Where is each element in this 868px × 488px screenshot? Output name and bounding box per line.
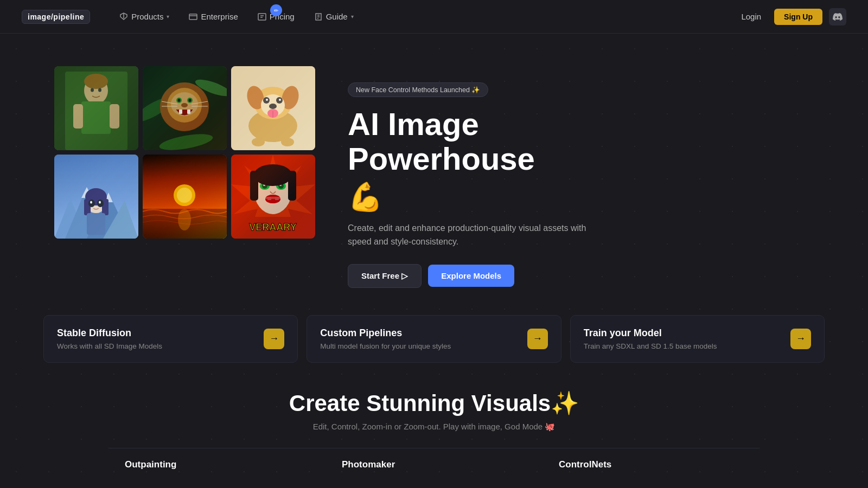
hero-buttons: Start Free ▷ Explore Models (348, 264, 608, 288)
grid-image-anime (54, 155, 138, 239)
svg-point-58 (99, 201, 101, 204)
grid-image-comic: VERAARY (231, 155, 315, 239)
grid-image-boy (54, 66, 138, 150)
svg-point-21 (189, 99, 192, 102)
svg-rect-1 (258, 14, 266, 20)
bottom-feature-controlnets[interactable]: ControlNets (542, 448, 760, 481)
svg-point-42 (252, 138, 265, 146)
hero-badge-text: New Face Control Methods Launched ✨ (356, 86, 480, 94)
main-content: VERAARY (0, 34, 868, 288)
svg-point-22 (181, 103, 188, 107)
hero-title: AI Image Powerhouse (348, 107, 608, 176)
stable-diffusion-title: Stable Diffusion (57, 328, 162, 339)
bottom-section: Create Stunning Visuals✨ Edit, Control, … (0, 379, 868, 437)
photomaker-title: Photomaker (342, 459, 526, 470)
feature-card-stable-diffusion[interactable]: Stable Diffusion Works with all SD Image… (43, 315, 298, 363)
cursor-indicator: ✏ (270, 4, 282, 16)
grid-image-lion (143, 66, 227, 150)
svg-rect-82 (288, 171, 296, 201)
products-dropdown-icon: ▾ (167, 14, 169, 20)
login-button[interactable]: Login (735, 9, 768, 24)
svg-point-38 (279, 99, 281, 101)
nav-enterprise-label: Enterprise (201, 12, 238, 21)
bottom-features: Outpainting Photomaker ControlNets (0, 437, 868, 481)
nav-link-products[interactable]: Products ▾ (112, 9, 177, 24)
outpainting-title: Outpainting (125, 459, 309, 470)
nav-products-label: Products (131, 12, 163, 21)
custom-pipelines-title: Custom Pipelines (320, 328, 451, 339)
feature-cards-section: Stable Diffusion Works with all SD Image… (0, 299, 868, 379)
grid-image-dog (231, 66, 315, 150)
feature-card-train-model[interactable]: Train your Model Train any SDXL and SD 1… (570, 315, 825, 363)
svg-point-8 (84, 74, 108, 89)
navbar: image/pipeline Products ▾ Enterprise ✏ (0, 0, 868, 34)
nav-link-pricing[interactable]: ✏ Pricing (250, 9, 302, 24)
nav-guide-label: Guide (326, 12, 348, 21)
train-model-arrow[interactable]: → (790, 329, 811, 349)
svg-point-20 (178, 99, 181, 102)
svg-rect-23 (179, 110, 182, 114)
svg-rect-6 (73, 104, 83, 129)
hero-badge: New Face Control Methods Launched ✨ (348, 82, 488, 97)
train-model-title: Train your Model (584, 328, 717, 339)
train-model-desc: Train any SDXL and SD 1.5 base models (584, 342, 717, 350)
svg-text:VERAARY: VERAARY (249, 222, 296, 233)
svg-rect-5 (81, 101, 111, 134)
nav-right: Login Sign Up (735, 8, 846, 25)
signup-button[interactable]: Sign Up (774, 9, 822, 25)
image-grid: VERAARY (54, 66, 315, 239)
feature-card-custom-pipelines[interactable]: Custom Pipelines Multi model fusion for … (307, 315, 561, 363)
custom-pipelines-desc: Multi model fusion for your unique style… (320, 342, 451, 350)
bottom-subtitle: Edit, Control, Zoom-in or Zoom-out. Play… (43, 422, 825, 432)
svg-point-83 (265, 195, 280, 203)
svg-point-39 (269, 104, 277, 109)
custom-pipelines-arrow[interactable]: → (527, 329, 548, 349)
svg-rect-7 (110, 104, 119, 129)
svg-point-9 (91, 88, 94, 92)
svg-point-57 (90, 201, 92, 204)
controlnets-title: ControlNets (559, 459, 743, 470)
hero-section: New Face Control Methods Launched ✨ AI I… (348, 66, 608, 288)
logo-text: image/pipeline (28, 12, 84, 21)
hero-emoji: 💪 (348, 181, 608, 214)
guide-dropdown-icon: ▾ (351, 14, 354, 20)
svg-rect-0 (189, 14, 197, 20)
svg-point-80 (254, 164, 292, 186)
svg-point-10 (98, 88, 101, 92)
hero-subtitle: Create, edit and enhance production-qual… (348, 221, 586, 249)
nav-link-enterprise[interactable]: Enterprise (181, 9, 245, 24)
stable-diffusion-desc: Works with all SD Image Models (57, 342, 162, 350)
svg-point-64 (178, 209, 191, 230)
bottom-feature-photomaker[interactable]: Photomaker (326, 448, 542, 481)
bottom-feature-outpainting[interactable]: Outpainting (108, 448, 326, 481)
nav-link-guide[interactable]: Guide ▾ (307, 9, 361, 24)
stable-diffusion-arrow[interactable]: → (264, 329, 284, 349)
svg-point-62 (177, 188, 192, 203)
svg-point-37 (266, 99, 268, 101)
svg-point-43 (281, 138, 294, 146)
explore-models-button[interactable]: Explore Models (428, 265, 514, 287)
svg-rect-81 (250, 171, 258, 201)
nav-links: Products ▾ Enterprise ✏ Pricing (112, 9, 735, 24)
bottom-title: Create Stunning Visuals✨ (43, 390, 825, 416)
svg-rect-24 (187, 110, 190, 114)
start-free-button[interactable]: Start Free ▷ (348, 264, 422, 288)
logo[interactable]: image/pipeline (22, 10, 90, 24)
svg-rect-59 (87, 213, 105, 235)
discord-button[interactable] (829, 8, 846, 25)
grid-image-sunset (143, 155, 227, 239)
